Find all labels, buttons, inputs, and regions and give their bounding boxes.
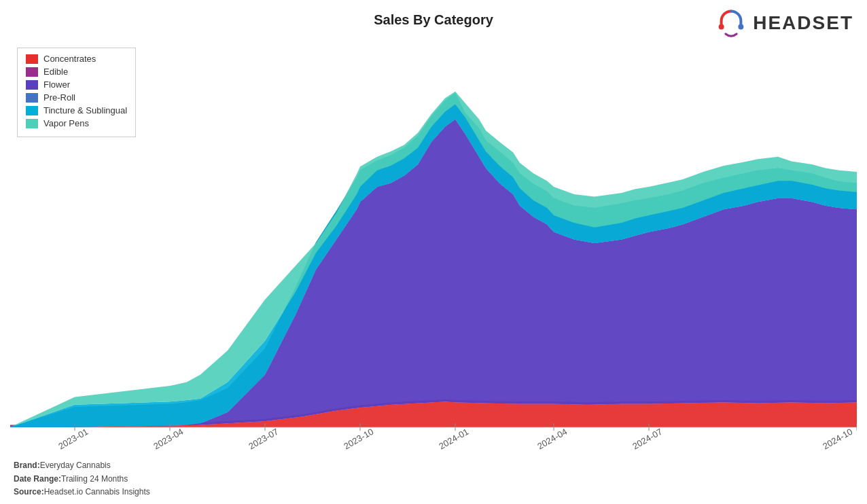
footer-source-value: Headset.io Cannabis Insights bbox=[44, 487, 150, 497]
legend-item-vaporpens: Vapor Pens bbox=[26, 118, 127, 128]
headset-logo-text: HEADSET bbox=[753, 12, 853, 34]
legend-color-preroll bbox=[26, 93, 38, 103]
footer-date-range-value: Trailing 24 Months bbox=[61, 474, 128, 484]
legend-color-edible bbox=[26, 67, 38, 77]
legend-label-flower: Flower bbox=[43, 79, 70, 90]
legend-item-tincture: Tincture & Sublingual bbox=[26, 105, 127, 115]
legend-item-edible: Edible bbox=[26, 67, 127, 77]
x-label-2024-07: 2024-07 bbox=[631, 428, 664, 452]
x-label-2023-01: 2023-01 bbox=[56, 428, 90, 452]
legend-label-vaporpens: Vapor Pens bbox=[43, 118, 89, 128]
legend-label-preroll: Pre-Roll bbox=[43, 92, 75, 103]
footer-brand: Brand:Everyday Cannabis bbox=[14, 459, 150, 472]
legend-label-edible: Edible bbox=[43, 67, 68, 77]
x-label-2023-04: 2023-04 bbox=[152, 428, 185, 452]
x-label-2023-07: 2023-07 bbox=[247, 428, 280, 452]
legend-color-flower bbox=[26, 80, 38, 90]
footer-date-range-label: Date Range: bbox=[14, 474, 61, 484]
headset-logo-icon bbox=[715, 7, 747, 39]
x-label-2024-04: 2024-04 bbox=[535, 428, 569, 452]
footer-date-range: Date Range:Trailing 24 Months bbox=[14, 473, 150, 486]
legend-item-concentrates: Concentrates bbox=[26, 54, 127, 64]
legend-color-tincture bbox=[26, 106, 38, 115]
footer-source: Source:Headset.io Cannabis Insights bbox=[14, 486, 150, 499]
chart-legend: Concentrates Edible Flower Pre-Roll Tinc… bbox=[17, 48, 136, 137]
legend-color-concentrates bbox=[26, 54, 38, 64]
svg-point-2 bbox=[739, 24, 744, 30]
headset-logo: HEADSET bbox=[715, 7, 853, 39]
footer-source-label: Source: bbox=[14, 487, 44, 497]
legend-item-preroll: Pre-Roll bbox=[26, 92, 127, 103]
footer-brand-value: Everyday Cannabis bbox=[40, 461, 111, 470]
legend-color-vaporpens bbox=[26, 119, 38, 128]
chart-container: HEADSET Sales By Category Concentrates E… bbox=[0, 0, 867, 504]
chart-svg bbox=[10, 44, 857, 450]
x-axis: 2023-01 2023-04 2023-07 2023-10 2024-01 … bbox=[10, 428, 857, 458]
x-label-2024-01: 2024-01 bbox=[437, 428, 470, 452]
x-label-2024-10: 2024-10 bbox=[821, 428, 854, 452]
legend-item-flower: Flower bbox=[26, 79, 127, 90]
legend-label-tincture: Tincture & Sublingual bbox=[43, 105, 127, 115]
footer-info: Brand:Everyday Cannabis Date Range:Trail… bbox=[14, 459, 150, 499]
svg-point-1 bbox=[719, 24, 724, 30]
x-label-2023-10: 2023-10 bbox=[342, 428, 375, 452]
legend-label-concentrates: Concentrates bbox=[43, 54, 96, 64]
footer-brand-label: Brand: bbox=[14, 461, 40, 470]
